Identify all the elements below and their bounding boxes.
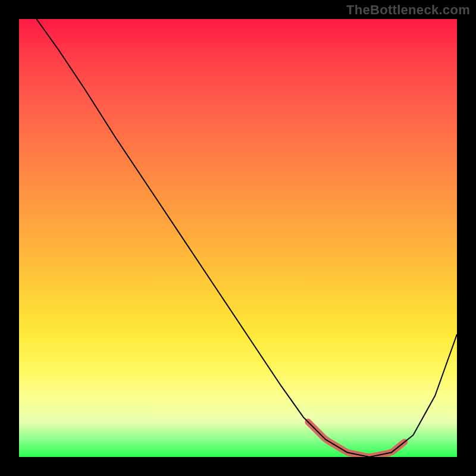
- curve-line: [36, 19, 457, 457]
- watermark-text: TheBottleneck.com: [346, 2, 470, 18]
- curve-svg: [19, 19, 457, 457]
- plot-area: [19, 19, 457, 457]
- chart-frame: TheBottleneck.com: [0, 0, 476, 476]
- highlight-band: [308, 422, 405, 457]
